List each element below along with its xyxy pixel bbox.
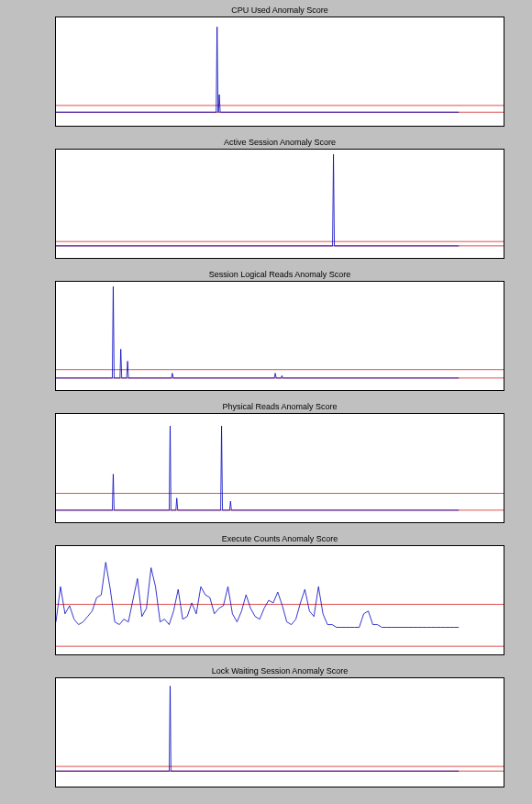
chart-title: CPU Used Anomaly Score bbox=[55, 6, 504, 15]
chart-title: Execute Counts Anomaly Score bbox=[55, 534, 504, 543]
chart-title: Physical Reads Anomaly Score bbox=[55, 402, 504, 411]
plot-area: -505101520253035400200040006000800010000 bbox=[55, 281, 504, 391]
chart-4: Execute Counts Anomaly Score-0.1-0.0500.… bbox=[55, 534, 504, 655]
data-series bbox=[56, 686, 459, 771]
chart-2: Session Logical Reads Anomaly Score-5051… bbox=[55, 270, 504, 391]
plot-area: x 10^12-1012345670200040006000800010000 bbox=[55, 17, 504, 127]
charts-page: CPU Used Anomaly Scorex 10^12-1012345670… bbox=[0, 0, 532, 804]
chart-title: Active Session Anomaly Score bbox=[55, 138, 504, 147]
chart-title: Lock Waiting Session Anomaly Score bbox=[55, 666, 504, 676]
plot-svg bbox=[56, 414, 504, 522]
plot-svg bbox=[56, 150, 504, 258]
chart-3: Physical Reads Anomaly Score-0.0200.020.… bbox=[55, 402, 504, 523]
chart-5: Lock Waiting Session Anomaly Score-10123… bbox=[55, 666, 504, 787]
plot-svg bbox=[56, 546, 504, 654]
chart-0: CPU Used Anomaly Scorex 10^12-1012345670… bbox=[55, 6, 504, 127]
data-series bbox=[56, 286, 459, 378]
plot-svg bbox=[56, 282, 504, 390]
plot-svg bbox=[56, 678, 504, 787]
data-series bbox=[56, 426, 459, 510]
plot-svg bbox=[56, 17, 504, 126]
data-series bbox=[56, 154, 459, 246]
data-series bbox=[56, 563, 459, 628]
chart-1: Active Session Anomaly Score-50000500010… bbox=[55, 138, 504, 259]
plot-area: -101234560200040006000800010000 bbox=[55, 677, 504, 787]
plot-area: -500005000100001500020000250003000035000… bbox=[55, 149, 504, 259]
plot-area: -0.0200.020.040.060.080.10.120.140.16020… bbox=[55, 413, 504, 523]
data-series bbox=[56, 27, 459, 112]
chart-title: Session Logical Reads Anomaly Score bbox=[55, 270, 504, 279]
plot-area: -0.1-0.0500.050.10.150.20.250.3020004000… bbox=[55, 545, 504, 655]
